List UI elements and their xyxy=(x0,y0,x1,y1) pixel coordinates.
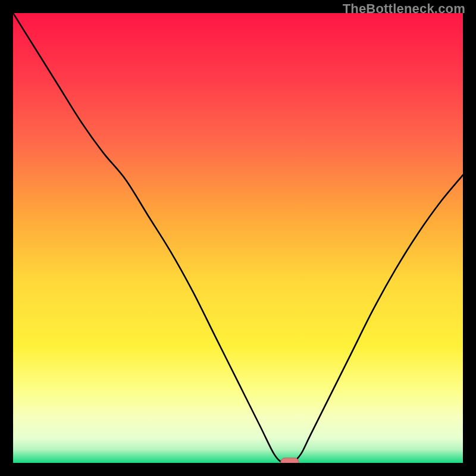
chart-frame: TheBottleneck.com xyxy=(0,0,476,476)
chart-background xyxy=(13,13,463,463)
optimal-marker xyxy=(281,458,299,463)
watermark-text: TheBottleneck.com xyxy=(343,1,465,17)
bottleneck-chart xyxy=(13,13,463,463)
